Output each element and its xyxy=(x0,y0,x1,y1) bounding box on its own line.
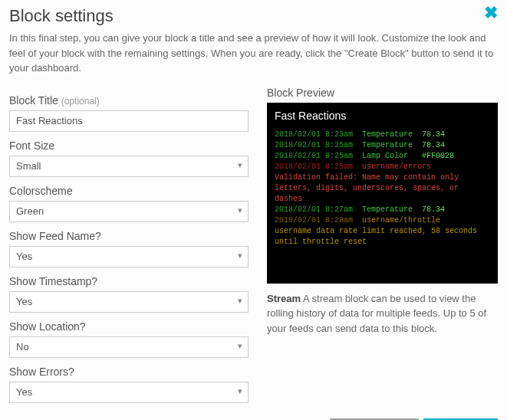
log-line: 2018/02/01 8:25am username/errors xyxy=(275,162,490,172)
log-line: 2018/02/01 8:28am username/throttle xyxy=(275,215,490,226)
log-line: 2018/02/01 8:27am Temperature 78.34 xyxy=(275,205,490,215)
close-icon[interactable]: ✖ xyxy=(484,5,498,21)
show-location-select[interactable]: No xyxy=(9,336,249,358)
colorscheme-select[interactable]: Green xyxy=(9,201,249,222)
show-feed-select[interactable]: Yes xyxy=(9,246,249,267)
show-errors-select[interactable]: Yes xyxy=(9,382,249,403)
block-title-label: Block Title (optional) xyxy=(9,94,249,107)
log-line: username data rate limit reached, 58 sec… xyxy=(275,226,490,248)
show-timestamp-select[interactable]: Yes xyxy=(9,291,249,313)
block-preview: Fast Reactions 2018/02/01 8:23am Tempera… xyxy=(267,103,498,284)
font-size-select[interactable]: Small xyxy=(9,156,249,177)
page-title: Block settings xyxy=(9,6,114,26)
font-size-label: Font Size xyxy=(9,139,249,152)
show-feed-label: Show Feed Name? xyxy=(9,230,249,242)
show-timestamp-label: Show Timestamp? xyxy=(9,275,249,287)
page-description: In this final step, you can give your bl… xyxy=(9,31,498,76)
block-title-input[interactable] xyxy=(9,110,249,132)
log-line: 2018/02/01 8:23am Temperature 78.34 xyxy=(275,130,490,140)
show-errors-label: Show Errors? xyxy=(9,366,249,378)
log-line: Validation failed: Name may contain only… xyxy=(275,172,490,205)
show-location-label: Show Location? xyxy=(9,320,249,333)
colorscheme-label: Colorscheme xyxy=(9,185,249,197)
log-line: 2018/02/01 8:25am Temperature 78.34 xyxy=(275,140,490,151)
log-line: 2018/02/01 8:25am Lamp Color #FF0028 xyxy=(275,151,490,162)
preview-description: Stream A stream block can be used to vie… xyxy=(267,291,498,336)
settings-form: Block Title (optional) Font Size Small C… xyxy=(9,87,249,403)
block-preview-label: Block Preview xyxy=(267,87,498,99)
preview-title: Fast Reactions xyxy=(275,109,490,124)
